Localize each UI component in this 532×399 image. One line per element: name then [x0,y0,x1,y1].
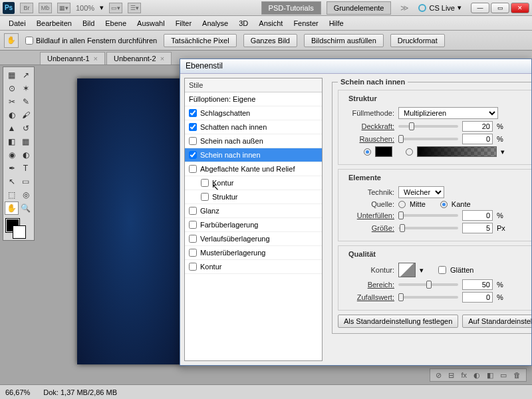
eyedropper-tool[interactable]: ✎ [19,95,33,108]
panel-icon[interactable]: ◐ [473,371,480,380]
wand-tool[interactable]: ✶ [19,82,33,95]
bridge-button[interactable]: Br [20,3,33,13]
zoom-dropdown-icon[interactable]: ▾ [100,3,104,12]
range-input[interactable] [462,279,493,290]
panel-icon[interactable]: ▭ [500,371,507,380]
status-zoom[interactable]: 66,67% [5,388,30,396]
maximize-button[interactable]: ▭ [491,3,509,13]
color-swatches[interactable] [5,217,33,239]
antialias-checkbox[interactable] [438,266,446,274]
blur-tool[interactable]: ◉ [5,148,19,162]
3d-tool[interactable]: ⬚ [5,188,19,201]
styles-header[interactable]: Stile [185,78,322,92]
size-slider[interactable] [398,227,458,229]
jitter-slider[interactable] [398,296,458,299]
arrange-button[interactable]: ▦▾ [57,3,70,13]
background-swatch[interactable] [13,225,26,239]
scroll-all-checkbox[interactable]: Bildlauf in allen Fenstern durchführen [25,37,157,45]
size-input[interactable] [462,223,493,233]
style-bevel-texture[interactable]: Struktur [185,190,322,204]
style-satin[interactable]: Glanz [185,204,322,218]
close-tab-icon[interactable]: × [160,55,164,63]
move-tool[interactable]: ▦ [5,68,19,82]
style-innerglow[interactable]: Schein nach innen [185,148,322,162]
range-slider[interactable] [398,283,458,286]
style-innershadow[interactable]: Schatten nach innen [185,120,322,134]
type-tool[interactable]: T [19,162,33,175]
style-patternoverlay[interactable]: Musterüberlagerung [185,246,322,260]
noise-slider[interactable] [398,138,458,140]
menu-auswahl[interactable]: Auswahl [132,17,170,29]
panel-icon[interactable]: ⊘ [436,371,442,380]
fit-screen-button[interactable]: Ganzes Bild [243,34,297,47]
marquee-tool[interactable]: ↗ [19,68,33,82]
opacity-input[interactable] [462,121,493,132]
hand-tool-icon[interactable]: ✋ [4,33,19,48]
contour-dropdown-icon[interactable]: ▾ [420,266,424,275]
menu-fenster[interactable]: Fenster [289,17,323,29]
hand-tool[interactable]: ✋ [5,201,19,215]
style-dropshadow[interactable]: Schlagschatten [185,106,322,120]
style-bevel-contour[interactable]: Kontur [185,176,322,190]
panel-icon[interactable]: fx [461,371,467,379]
stamp-tool[interactable]: ▲ [5,122,19,135]
brush-tool[interactable]: 🖌 [19,108,33,122]
status-doc[interactable]: Dok: 1,37 MB/2,86 MB [43,388,117,396]
gradient-radio[interactable] [406,148,413,156]
cslive-button[interactable]: CS Live▾ [418,3,462,12]
shape-tool[interactable]: ▭ [19,175,33,188]
menu-bearbeiten[interactable]: Bearbeiten [32,17,76,29]
print-size-button[interactable]: Druckformat [390,34,445,47]
lasso-tool[interactable]: ⊙ [5,82,19,95]
source-edge-radio[interactable] [440,201,448,208]
blend-options-item[interactable]: Fülloptionen: Eigene [185,92,322,106]
extras-button[interactable]: ☰▾ [128,3,141,13]
style-stroke[interactable]: Kontur [185,260,322,274]
style-gradientoverlay[interactable]: Verlaufsüberlagerung [185,232,322,246]
document-tab[interactable]: Unbenannt-2× [106,52,172,65]
panel-icon[interactable]: ⊟ [448,371,454,380]
crop-tool[interactable]: ✂ [5,95,19,108]
zoom-tool[interactable]: 🔍 [19,201,33,215]
screen-mode-button[interactable]: ▭▾ [109,3,122,13]
menu-ebene[interactable]: Ebene [100,17,131,29]
gradient-tool[interactable]: ▦ [19,135,33,148]
technique-select[interactable]: Weicher [398,186,444,198]
dodge-tool[interactable]: ◐ [19,148,33,162]
choke-input[interactable] [462,210,493,221]
history-brush-tool[interactable]: ↺ [19,122,33,135]
camera-tool[interactable]: ◎ [19,188,33,201]
close-tab-icon[interactable]: × [94,55,98,63]
path-tool[interactable]: ↖ [5,175,19,188]
document-tab[interactable]: Unbenannt-1× [40,52,105,65]
fill-screen-button[interactable]: Bildschirm ausfüllen [304,34,384,47]
menu-bild[interactable]: Bild [78,17,99,29]
pen-tool[interactable]: ✒ [5,162,19,175]
choke-slider[interactable] [398,214,458,217]
minimize-button[interactable]: — [471,3,489,13]
reset-default-button[interactable]: Auf Standardeinstellung zurück [462,315,531,328]
healing-tool[interactable]: ◐ [5,108,19,122]
menu-datei[interactable]: Datei [4,17,31,29]
panel-icon[interactable]: 🗑 [513,371,521,379]
minibridge-button[interactable]: Mb [39,3,52,13]
zoom-display[interactable]: 100% [76,4,94,12]
opacity-slider[interactable] [398,125,458,128]
close-button[interactable]: ✕ [511,3,529,13]
style-outerglow[interactable]: Schein nach außen [185,134,322,148]
workspace-more-icon[interactable]: ≫ [396,3,413,13]
eraser-tool[interactable]: ◧ [5,135,19,148]
gradient-dropdown-icon[interactable]: ▾ [501,148,505,156]
noise-input[interactable] [462,134,493,144]
menu-analyse[interactable]: Analyse [198,17,233,29]
menu-ansicht[interactable]: Ansicht [254,17,287,29]
style-coloroverlay[interactable]: Farbüberlagerung [185,218,322,232]
glow-gradient[interactable] [417,146,497,157]
canvas[interactable] [77,78,184,364]
actual-pixels-button[interactable]: Tatsächliche Pixel [164,34,236,47]
style-bevel[interactable]: Abgeflachte Kante und Relief [185,162,322,176]
color-radio[interactable] [364,148,371,156]
workspace-tab-active[interactable]: PSD-Tutorials [261,1,321,15]
source-center-radio[interactable] [398,201,406,208]
glow-color[interactable] [375,146,392,157]
